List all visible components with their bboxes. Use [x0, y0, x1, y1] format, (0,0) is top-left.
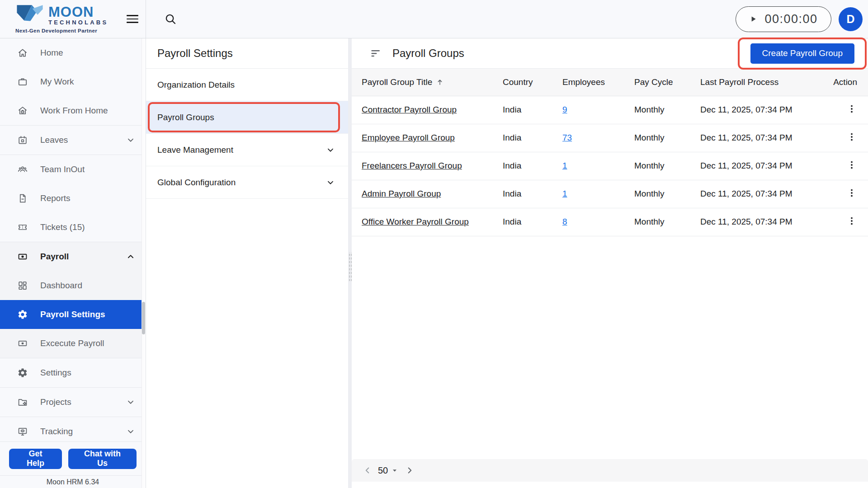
sidebar-item-team-inout[interactable]: Team InOut [0, 155, 146, 184]
column-header-action: Action [822, 69, 868, 96]
group-title-link[interactable]: Admin Payroll Group [362, 189, 441, 198]
create-payroll-group-button[interactable]: Create Payroll Group [750, 43, 854, 64]
group-title-link[interactable]: Employee Payroll Group [362, 133, 455, 142]
sidebar-item-my-work[interactable]: My Work [0, 67, 146, 96]
pay-cycle-cell: Monthly [634, 96, 700, 124]
settings-item-label: Leave Management [157, 145, 233, 155]
chevron-down-icon [126, 427, 136, 436]
sidebar-item-label: Excecute Payroll [40, 338, 104, 348]
settings-item-leave-management[interactable]: Leave Management [146, 134, 348, 166]
filter-list-icon[interactable] [370, 47, 382, 59]
sidebar-item-label: Projects [40, 397, 71, 407]
resize-handle[interactable] [348, 252, 352, 281]
sidebar-item-label: Settings [40, 368, 71, 378]
country-cell: India [503, 180, 562, 208]
last-process-cell: Dec 11, 2025, 07:34 PM [700, 152, 822, 180]
sidebar-item-projects[interactable]: Projects [0, 388, 146, 417]
sidebar-help-area: Get Help Chat with Us [0, 441, 146, 475]
payroll-settings-panel: Payroll Settings Organization Details Pa… [146, 38, 348, 488]
monitor-eye-icon [17, 426, 28, 437]
sidebar-item-label: Dashboard [40, 281, 82, 291]
row-actions-kebab-icon[interactable] [846, 131, 857, 142]
sidebar-item-work-from-home[interactable]: Work From Home [0, 96, 146, 125]
panel-divider [348, 38, 352, 488]
document-icon [17, 193, 28, 204]
settings-item-organization-details[interactable]: Organization Details [146, 69, 348, 101]
sidebar-item-label: Tracking [40, 427, 73, 436]
brand-subname: TECHNOLABS [48, 19, 108, 26]
search-icon[interactable] [164, 13, 177, 25]
timer-value: 00:00:00 [764, 12, 817, 26]
table-row: Admin Payroll Group India 1 Monthly Dec … [352, 180, 868, 208]
last-process-cell: Dec 11, 2025, 07:34 PM [700, 180, 822, 208]
sidebar-item-dashboard[interactable]: Dashboard [0, 271, 146, 300]
ticket-icon [17, 222, 28, 233]
gear-icon [17, 309, 28, 320]
next-page-icon[interactable] [405, 465, 415, 475]
last-process-cell: Dec 11, 2025, 07:34 PM [700, 124, 822, 152]
user-avatar[interactable]: D [839, 7, 863, 31]
table-row: Contractor Payroll Group India 9 Monthly… [352, 96, 868, 124]
banknote-icon [17, 338, 28, 349]
employee-count-link[interactable]: 8 [562, 217, 567, 226]
brand-tagline: Next-Gen Development Partner [15, 28, 108, 33]
sidebar-item-label: Tickets (15) [40, 222, 85, 232]
chevron-down-icon [326, 178, 335, 188]
employee-count-link[interactable]: 1 [562, 161, 567, 170]
sidebar-item-label: Team InOut [40, 164, 85, 174]
pay-cycle-cell: Monthly [634, 152, 700, 180]
settings-item-global-configuration[interactable]: Global Configuration [146, 166, 348, 199]
chevron-up-icon [126, 252, 136, 262]
sidebar-item-execute-payroll[interactable]: Excecute Payroll [0, 329, 146, 358]
chevron-down-icon [126, 397, 136, 407]
settings-item-payroll-groups[interactable]: Payroll Groups [146, 101, 348, 134]
timer-widget[interactable]: 00:00:00 [736, 6, 831, 32]
page-title: Payroll Groups [392, 47, 464, 60]
get-help-button[interactable]: Get Help [9, 449, 62, 469]
sidebar-item-leaves[interactable]: Leaves [0, 126, 146, 155]
briefcase-icon [17, 76, 28, 87]
sidebar-item-label: Payroll [40, 252, 69, 262]
settings-panel-title: Payroll Settings [146, 38, 348, 69]
group-title-link[interactable]: Freelancers Payroll Group [362, 161, 462, 170]
brand-logo-icon [15, 5, 44, 26]
sidebar-item-home[interactable]: Home [0, 38, 146, 67]
row-actions-kebab-icon[interactable] [846, 216, 857, 226]
sidebar-item-label: My Work [40, 77, 74, 87]
sidebar-item-tracking[interactable]: Tracking [0, 417, 146, 441]
pagination-bar: 50 [352, 459, 868, 482]
play-icon[interactable] [749, 15, 757, 23]
row-actions-kebab-icon[interactable] [846, 160, 857, 170]
sidebar-item-tickets[interactable]: Tickets (15) [0, 213, 146, 242]
column-header-title[interactable]: Payroll Group Title [352, 69, 503, 96]
sidebar-payroll-group: Payroll Dashboard [0, 242, 146, 358]
pay-cycle-cell: Monthly [634, 180, 700, 208]
employee-count-link[interactable]: 1 [562, 189, 567, 198]
app-version: Moon HRM 6.34 [0, 475, 146, 488]
table-row: Freelancers Payroll Group India 1 Monthl… [352, 152, 868, 180]
dashboard-icon [17, 280, 28, 291]
pay-cycle-cell: Monthly [634, 124, 700, 152]
payroll-groups-table: Payroll Group Title Country Employees Pa… [352, 69, 868, 236]
group-title-link[interactable]: Contractor Payroll Group [362, 105, 457, 114]
employee-count-link[interactable]: 9 [562, 105, 567, 114]
sidebar-item-settings[interactable]: Settings [0, 358, 146, 387]
sidebar-item-payroll-settings[interactable]: Payroll Settings [0, 300, 146, 329]
previous-page-icon[interactable] [363, 465, 373, 475]
home-office-icon [17, 105, 28, 116]
page-size-select[interactable]: 50 [378, 465, 399, 476]
employee-count-link[interactable]: 73 [562, 133, 572, 142]
logo-area: MOON TECHNOLABS Next-Gen Development Par… [0, 0, 146, 38]
sidebar-scrollbar-thumb[interactable] [142, 302, 145, 334]
sidebar-item-reports[interactable]: Reports [0, 184, 146, 213]
group-title-link[interactable]: Office Worker Payroll Group [362, 217, 469, 226]
chevron-down-icon [126, 135, 136, 145]
table-row: Employee Payroll Group India 73 Monthly … [352, 124, 868, 152]
sidebar-item-label: Payroll Settings [40, 310, 105, 319]
row-actions-kebab-icon[interactable] [846, 188, 857, 198]
chat-with-us-button[interactable]: Chat with Us [68, 449, 137, 469]
topbar: MOON TECHNOLABS Next-Gen Development Par… [0, 0, 868, 38]
sidebar-item-payroll[interactable]: Payroll [0, 242, 146, 271]
hamburger-menu-icon[interactable] [127, 12, 140, 26]
row-actions-kebab-icon[interactable] [846, 103, 857, 114]
